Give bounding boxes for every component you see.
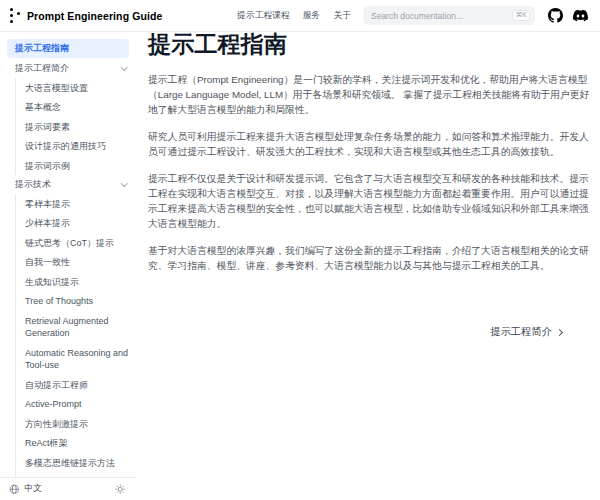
sidebar-item-label: 设计提示的通用技巧 bbox=[25, 139, 106, 153]
sidebar-item-label: 链式思考（CoT）提示 bbox=[25, 236, 114, 250]
sidebar-footer: 中文 bbox=[0, 477, 136, 500]
sidebar-item-label: 自动提示工程师 bbox=[25, 378, 88, 392]
sidebar: 提示工程指南提示工程简介大语言模型设置基本概念提示词要素设计提示的通用技巧提示词… bbox=[0, 32, 136, 500]
paragraph: 研究人员可利用提示工程来提升大语言模型处理复杂任务场景的能力，如问答和算术推理能… bbox=[148, 129, 590, 159]
sidebar-item-label: Active-Prompt bbox=[25, 397, 82, 411]
sidebar-item[interactable]: Automatic Reasoning and Tool-use bbox=[15, 343, 136, 375]
sidebar-item[interactable]: 大语言模型设置 bbox=[15, 78, 136, 98]
sidebar-item[interactable]: 自我一致性 bbox=[15, 252, 136, 272]
sidebar-item-label: 零样本提示 bbox=[25, 197, 70, 211]
nav-link-services[interactable]: 服务 bbox=[303, 10, 321, 22]
sidebar-nav: 提示工程指南提示工程简介大语言模型设置基本概念提示词要素设计提示的通用技巧提示词… bbox=[0, 32, 136, 477]
sidebar-item-label: Retrieval Augmented Generation bbox=[25, 314, 130, 340]
sidebar-item[interactable]: 链式思考（CoT）提示 bbox=[15, 233, 136, 253]
globe-icon bbox=[9, 484, 20, 495]
sidebar-item[interactable]: Retrieval Augmented Generation bbox=[15, 311, 136, 343]
paragraph: 基于对大语言模型的浓厚兴趣，我们编写了这份全新的提示工程指南，介绍了大语言模型相… bbox=[148, 243, 590, 273]
sidebar-item-label: 大语言模型设置 bbox=[25, 81, 88, 95]
sidebar-item-label: 自我一致性 bbox=[25, 255, 70, 269]
sidebar-item-label: 少样本提示 bbox=[25, 216, 70, 230]
page-title: 提示工程指南 bbox=[148, 29, 590, 60]
search-shortcut-kbd: ⌘K bbox=[512, 10, 530, 21]
sidebar-item[interactable]: 基本概念 bbox=[15, 97, 136, 117]
brand-logo[interactable]: Prompt Engineering Guide bbox=[10, 8, 162, 23]
sidebar-item-label: 提示技术 bbox=[15, 178, 51, 191]
sidebar-item[interactable]: 提示词示例 bbox=[15, 156, 136, 176]
paragraph: 提示工程（Prompt Engineering）是一门较新的学科，关注提示词开发… bbox=[148, 72, 590, 117]
article-body: 提示工程（Prompt Engineering）是一门较新的学科，关注提示词开发… bbox=[148, 72, 590, 273]
dots-logo-icon bbox=[10, 8, 21, 23]
github-icon[interactable] bbox=[548, 8, 563, 23]
sidebar-item[interactable]: 提示技术 bbox=[0, 175, 136, 194]
nav-link-about[interactable]: 关于 bbox=[333, 10, 351, 22]
sidebar-item-label: 生成知识提示 bbox=[25, 275, 79, 289]
language-switcher[interactable]: 中文 bbox=[9, 483, 42, 495]
sidebar-item-label: 提示工程简介 bbox=[15, 62, 69, 75]
sidebar-item-label: 基本概念 bbox=[25, 100, 61, 114]
sidebar-item[interactable]: 自动提示工程师 bbox=[15, 375, 136, 395]
sidebar-item[interactable]: 提示工程简介 bbox=[0, 59, 136, 78]
theme-toggle[interactable] bbox=[115, 484, 126, 495]
search-placeholder: Search documentation... bbox=[371, 11, 512, 21]
sidebar-item-label: 多模态思维链提示方法 bbox=[25, 456, 115, 470]
sidebar-item[interactable]: Tree of Thoughts bbox=[15, 291, 136, 311]
sun-icon bbox=[115, 484, 126, 495]
sidebar-item[interactable]: 提示词要素 bbox=[15, 117, 136, 137]
sidebar-item-label: Tree of Thoughts bbox=[25, 294, 93, 308]
paragraph: 提示工程不仅仅是关于设计和研发提示词。它包含了与大语言模型交互和研发的各种技能和… bbox=[148, 171, 590, 231]
sidebar-item[interactable]: 方向性刺激提示 bbox=[15, 414, 136, 434]
sidebar-item[interactable]: 提示工程指南 bbox=[7, 39, 129, 58]
sidebar-item-label: Automatic Reasoning and Tool-use bbox=[25, 346, 130, 372]
sidebar-item[interactable]: Active-Prompt bbox=[15, 394, 136, 414]
brand-title: Prompt Engineering Guide bbox=[27, 10, 162, 22]
next-page-label: 提示工程简介 bbox=[490, 325, 552, 339]
search-input[interactable]: Search documentation... ⌘K bbox=[363, 6, 535, 25]
sidebar-item-label: 提示词示例 bbox=[25, 159, 70, 173]
top-header: Prompt Engineering Guide 提示工程课程 服务 关于 Se… bbox=[0, 0, 600, 32]
discord-icon[interactable] bbox=[573, 8, 588, 23]
chevron-down-icon bbox=[121, 64, 127, 70]
main-content: 提示工程指南 提示工程指南 提示工程（Prompt Engineering）是一… bbox=[136, 0, 600, 339]
header-nav: 提示工程课程 服务 关于 bbox=[237, 10, 351, 22]
sidebar-item[interactable]: 设计提示的通用技巧 bbox=[15, 136, 136, 156]
chevron-right-icon bbox=[556, 329, 563, 336]
sidebar-item[interactable]: 多模态思维链提示方法 bbox=[15, 453, 136, 473]
sidebar-item-label: 提示工程指南 bbox=[15, 42, 69, 55]
next-page-link[interactable]: 提示工程简介 bbox=[490, 325, 562, 339]
chevron-down-icon bbox=[121, 180, 127, 186]
sidebar-item-label: 提示词要素 bbox=[25, 120, 70, 134]
language-label: 中文 bbox=[25, 483, 43, 495]
sidebar-item-label: 方向性刺激提示 bbox=[25, 417, 88, 431]
nav-link-course[interactable]: 提示工程课程 bbox=[237, 10, 290, 22]
sidebar-item[interactable]: 生成知识提示 bbox=[15, 272, 136, 292]
sidebar-item[interactable]: 零样本提示 bbox=[15, 194, 136, 214]
sidebar-item[interactable]: 少样本提示 bbox=[15, 213, 136, 233]
sidebar-item-label: ReAct框架 bbox=[25, 436, 68, 450]
sidebar-item[interactable]: ReAct框架 bbox=[15, 433, 136, 453]
